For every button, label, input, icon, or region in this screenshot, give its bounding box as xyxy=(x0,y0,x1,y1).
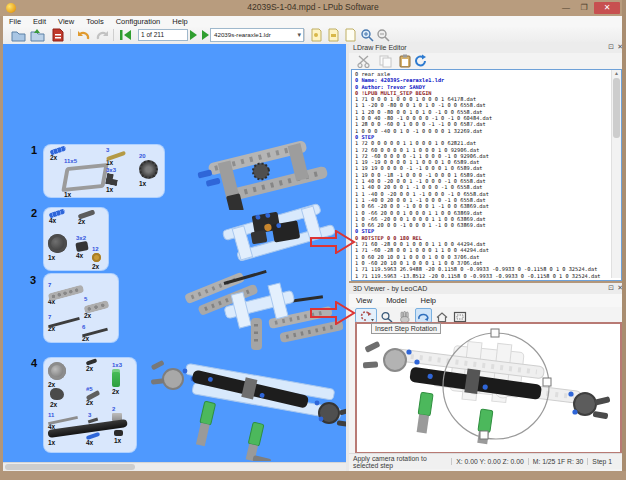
menu-edit[interactable]: Edit xyxy=(27,17,52,26)
float-panel-icon[interactable]: ⊡ xyxy=(608,284,614,292)
close-button[interactable]: ✕ xyxy=(594,2,620,14)
viewer-menu-help[interactable]: Help xyxy=(414,296,443,305)
insert-step-rotation-icon[interactable] xyxy=(355,308,377,323)
frame-gray-icon xyxy=(61,163,109,192)
viewer-menu-model[interactable]: Model xyxy=(379,296,413,305)
annotation-arrow-rotstep xyxy=(310,230,356,254)
menu-tools[interactable]: Tools xyxy=(80,17,110,26)
annotation-arrow-toolbar xyxy=(310,301,356,325)
axle-pins-blue-icon xyxy=(50,146,67,156)
zoom-out-icon[interactable] xyxy=(376,28,391,42)
parts-list-box: 2x2x1x32x2x#52x114x34x22x1x4x1x xyxy=(44,358,136,452)
ldraw-code-line: 1 71 119.5963 26.9488 -20 0.1158 0 -0.99… xyxy=(355,266,609,272)
toolbar-separator xyxy=(70,29,71,41)
part-quantity: 2x xyxy=(48,381,55,388)
step4-assembly-image xyxy=(151,349,346,462)
part-length-label: 11 xyxy=(48,412,54,418)
part-item: 2x xyxy=(86,360,97,372)
undo-icon[interactable] xyxy=(76,28,91,42)
scrollbar-thumb[interactable] xyxy=(5,464,135,470)
part-item: 74x xyxy=(48,282,84,305)
panel-green-icon xyxy=(112,369,120,387)
menu-configuration[interactable]: Configuration xyxy=(110,17,167,26)
model-selector-combo[interactable]: 42039s-rearaxle1.ldr ▾ xyxy=(210,28,304,42)
ldraw-editor-toolbar xyxy=(349,53,622,69)
open-file-icon[interactable] xyxy=(11,28,26,42)
copy-icon[interactable] xyxy=(378,54,394,68)
3d-viewport[interactable] xyxy=(355,322,622,454)
menu-help[interactable]: Help xyxy=(166,17,193,26)
editor-vertical-scrollbar[interactable]: ▲ xyxy=(611,70,621,278)
part-item: 1x xyxy=(114,430,123,444)
toolbar-separator xyxy=(304,29,305,41)
part-length-label: 7 xyxy=(48,314,51,320)
document-tool-icon-b[interactable] xyxy=(326,28,341,42)
window-frame-edge xyxy=(622,0,626,480)
step-number: 1 xyxy=(31,144,37,156)
document-tool-icon-c[interactable] xyxy=(343,28,358,42)
zoom-region-icon[interactable] xyxy=(452,308,469,323)
window-frame-edge xyxy=(0,471,626,480)
viewer-title: 3D Viewer - by LeoCAD xyxy=(353,285,427,292)
hub-dark-icon xyxy=(48,234,67,253)
model-selector-value: 42039s-rearaxle1.ldr xyxy=(214,31,271,38)
first-page-icon[interactable] xyxy=(118,28,133,42)
part-item: 1x xyxy=(48,234,67,261)
rotate-view-icon[interactable] xyxy=(415,308,432,323)
ldraw-file-editor-panel: LDraw File Editor ⊡ ✕ 0 rear axle0 Name:… xyxy=(349,42,622,281)
part-item: 1x32x xyxy=(112,362,122,395)
instruction-page-canvas[interactable]: 1 12x11x51x31x3x31x201x24x2x1x3x24x122x3… xyxy=(3,44,346,462)
part-item: 31x xyxy=(106,147,126,166)
part-length-label: 5 xyxy=(84,296,87,302)
menu-view[interactable]: View xyxy=(52,17,80,26)
part-length-label: 12 xyxy=(92,246,99,252)
part-quantity: 4x xyxy=(76,252,83,259)
pan-hand-icon[interactable] xyxy=(397,308,414,323)
ldraw-code-editor[interactable]: 0 rear axle0 Name: 42039S-rearaxle1.ldr0… xyxy=(351,69,622,281)
menu-file[interactable]: File xyxy=(3,17,27,26)
maximize-button[interactable]: ❐ xyxy=(576,2,592,14)
part-item: 4x xyxy=(86,434,100,446)
viewer-status-field: X: 0.00 Y: 0.00 Z: 0.00 xyxy=(451,458,528,465)
zoom-icon[interactable] xyxy=(379,308,396,323)
refresh-icon[interactable] xyxy=(413,54,429,68)
part-item: 201x xyxy=(139,153,158,187)
home-icon[interactable] xyxy=(434,308,451,323)
part-length-label: 3 xyxy=(106,147,109,153)
tooltip: Insert Step Rotation xyxy=(371,323,441,334)
paste-icon[interactable] xyxy=(397,54,413,68)
export-pdf-icon[interactable] xyxy=(50,28,65,42)
save-file-icon[interactable] xyxy=(30,28,45,42)
part-quantity: 1x xyxy=(106,186,113,193)
float-panel-icon[interactable]: ⊡ xyxy=(608,43,614,51)
part-quantity: 2x xyxy=(50,401,57,408)
toolbar-separator xyxy=(113,29,114,41)
axle-pins-blue-icon xyxy=(49,209,66,219)
part-length-label: 1x3 xyxy=(112,362,122,368)
viewer-status-field: Step 1 xyxy=(587,458,616,465)
page-number-input[interactable]: 1 of 211 xyxy=(138,29,188,41)
viewer-status-field: M: 1/25 1F R: 30 xyxy=(528,458,588,465)
part-quantity: 2x xyxy=(86,365,93,372)
part-item: 4x xyxy=(49,211,65,224)
next-page-icon[interactable] xyxy=(186,28,201,42)
part-length-label: 3x2 xyxy=(76,235,86,241)
parts-list-box: 4x2x1x3x24x122x xyxy=(44,208,108,270)
step-number: 2 xyxy=(31,207,37,219)
zoom-in-icon[interactable] xyxy=(360,28,375,42)
part-item: 122x xyxy=(92,246,101,270)
title-bar: 42039S-1-04.mpd - LPub Software — ❐ ✕ xyxy=(0,0,626,16)
hub-gray-icon xyxy=(48,362,66,380)
minimize-button[interactable]: — xyxy=(558,2,574,14)
part-quantity: 4x xyxy=(86,439,93,446)
gear-gray-icon xyxy=(139,160,158,179)
part-length-label: 2 xyxy=(112,406,115,412)
part-length-label: 3 xyxy=(88,412,91,418)
part-item: 3x31x xyxy=(106,167,118,193)
document-tool-icon-a[interactable] xyxy=(309,28,324,42)
scrollbar-thumb[interactable] xyxy=(613,78,620,138)
part-item: 11x51x xyxy=(64,158,106,198)
cut-icon[interactable] xyxy=(356,54,372,68)
scroll-up-icon[interactable]: ▲ xyxy=(612,70,621,77)
redo-icon[interactable] xyxy=(95,28,110,42)
